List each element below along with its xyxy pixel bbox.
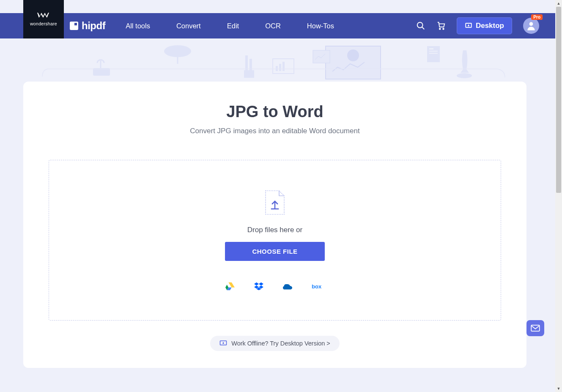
svg-point-4 — [529, 22, 533, 26]
svg-rect-8 — [249, 59, 252, 70]
svg-rect-11 — [279, 64, 281, 71]
vertical-scrollbar[interactable]: ▲ ▼ — [555, 0, 562, 392]
box-icon[interactable]: box — [312, 282, 324, 291]
svg-rect-13 — [326, 46, 381, 79]
mail-icon — [531, 325, 540, 332]
file-dropzone[interactable]: Drop files here or CHOOSE FILE box — [49, 160, 501, 321]
scroll-down-arrow[interactable]: ▼ — [555, 385, 562, 392]
avatar-icon — [526, 20, 537, 31]
offline-link[interactable]: Work Offline? Try Desktop Version > — [210, 336, 340, 351]
svg-rect-15 — [313, 50, 330, 63]
nav-how-tos[interactable]: How-Tos — [307, 22, 334, 30]
feedback-button[interactable] — [526, 320, 544, 336]
nav-ocr[interactable]: OCR — [265, 22, 281, 30]
svg-point-14 — [347, 49, 359, 61]
scrollbar-thumb[interactable] — [556, 7, 561, 193]
pro-badge: Pro — [531, 14, 543, 20]
desktop-button[interactable]: Desktop — [457, 17, 512, 34]
svg-point-6 — [164, 45, 191, 57]
wondershare-icon — [37, 13, 50, 19]
hipdf-logo[interactable]: hipdf — [70, 20, 105, 32]
cloud-sources: box — [225, 282, 324, 291]
desktop-button-label: Desktop — [476, 22, 504, 30]
offline-link-text: Work Offline? Try Desktop Version > — [231, 340, 330, 347]
svg-rect-19 — [429, 53, 438, 54]
nav-convert[interactable]: Convert — [176, 22, 201, 30]
svg-rect-18 — [429, 51, 438, 52]
download-icon — [465, 22, 472, 30]
drop-text: Drop files here or — [247, 226, 302, 234]
svg-rect-12 — [282, 62, 285, 71]
google-drive-icon[interactable] — [225, 282, 235, 291]
nav-edit[interactable]: Edit — [227, 22, 239, 30]
cart-icon[interactable] — [436, 21, 446, 30]
main-card: JPG to Word Convert JPG images into an e… — [23, 82, 526, 368]
onedrive-icon[interactable] — [283, 282, 292, 291]
hipdf-icon — [70, 22, 78, 30]
nav-all-tools[interactable]: All tools — [126, 22, 150, 30]
scroll-up-arrow[interactable]: ▲ — [555, 0, 562, 7]
svg-rect-5 — [93, 68, 110, 76]
desktop-small-icon — [219, 340, 227, 347]
page-subtitle: Convert JPG images into an editable Word… — [23, 127, 526, 135]
svg-rect-9 — [273, 59, 294, 74]
svg-point-2 — [443, 28, 444, 30]
svg-point-20 — [457, 73, 472, 78]
svg-rect-10 — [276, 66, 278, 71]
page-title: JPG to Word — [23, 103, 526, 121]
avatar[interactable]: Pro — [523, 18, 539, 34]
svg-point-0 — [417, 22, 423, 28]
svg-rect-23 — [531, 325, 540, 331]
upload-file-icon — [265, 190, 285, 215]
hipdf-text: hipdf — [82, 20, 105, 32]
search-icon[interactable] — [416, 21, 425, 30]
wondershare-text: wondershare — [30, 21, 57, 26]
svg-rect-17 — [429, 48, 433, 49]
main-nav: All tools Convert Edit OCR How-Tos — [126, 22, 334, 30]
svg-text:box: box — [312, 283, 322, 289]
svg-point-1 — [439, 28, 441, 30]
main-header: wondershare hipdf All tools Convert Edit… — [0, 13, 555, 38]
wondershare-logo[interactable]: wondershare — [23, 0, 64, 38]
dropbox-icon[interactable] — [254, 282, 263, 291]
choose-file-button[interactable]: CHOOSE FILE — [225, 242, 324, 261]
svg-rect-7 — [245, 55, 248, 70]
svg-rect-16 — [427, 46, 440, 62]
